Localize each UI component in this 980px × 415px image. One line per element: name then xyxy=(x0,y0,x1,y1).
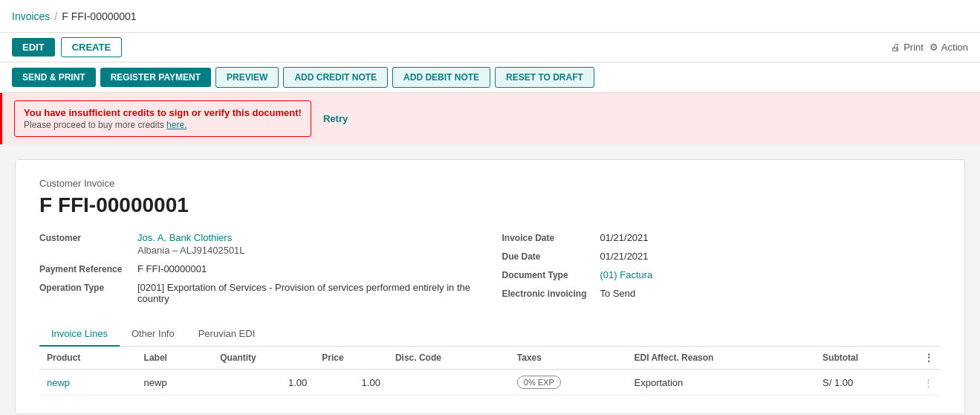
alert-banner: You have insufficient credits to sign or… xyxy=(0,93,980,144)
col-label: Label xyxy=(137,347,213,370)
electronic-invoicing-value: To Send xyxy=(600,288,636,299)
invoice-type-label: Customer Invoice xyxy=(39,178,941,189)
preview-button[interactable]: PREVIEW xyxy=(215,67,279,88)
tab-other-info[interactable]: Other Info xyxy=(120,322,186,347)
col-subtotal: Subtotal xyxy=(815,347,916,370)
cell-label: newp xyxy=(137,370,213,396)
add-credit-note-button[interactable]: ADD CREDIT NOTE xyxy=(283,67,388,88)
due-date-value: 01/21/2021 xyxy=(600,251,649,262)
edit-button[interactable]: EDIT xyxy=(12,38,55,57)
payment-reference-value: F FFI-00000001 xyxy=(137,263,207,274)
tabs: Invoice Lines Other Info Peruvian EDI xyxy=(39,322,941,347)
customer-value[interactable]: Jos. A. Bank Clothiers xyxy=(137,232,245,243)
document-type-label: Document Type xyxy=(502,269,591,280)
table-row: newp newp 1.00 1.00 0% EXP Exportation S… xyxy=(39,370,941,396)
invoice-date-label: Invoice Date xyxy=(502,232,591,243)
add-debit-note-button[interactable]: ADD DEBIT NOTE xyxy=(392,67,490,88)
breadcrumb-current: F FFI-00000001 xyxy=(62,10,136,22)
electronic-invoicing-label: Electronic invoicing xyxy=(502,288,591,299)
due-date-row: Due Date 01/21/2021 xyxy=(502,251,941,262)
invoice-meta: Customer Jos. A. Bank Clothiers Albania … xyxy=(39,232,941,304)
breadcrumb-parent[interactable]: Invoices xyxy=(12,10,50,22)
payment-reference-row: Payment Reference F FFI-00000001 xyxy=(39,263,478,274)
operation-type-label: Operation Type xyxy=(39,282,129,293)
register-payment-button[interactable]: REGISTER PAYMENT xyxy=(100,68,211,87)
due-date-label: Due Date xyxy=(502,251,591,262)
alert-body: Please proceed to buy more credits here. xyxy=(24,120,302,130)
col-menu: ⋮ xyxy=(916,347,941,370)
operation-type-row: Operation Type [0201] Exportation of Ser… xyxy=(39,282,478,304)
retry-button[interactable]: Retry xyxy=(323,113,348,124)
printer-icon: 🖨 xyxy=(891,42,901,53)
customer-value-stack: Jos. A. Bank Clothiers Albania – ALJ9140… xyxy=(137,232,245,256)
document-type-row: Document Type (01) Factura xyxy=(502,269,941,280)
customer-label: Customer xyxy=(39,232,129,243)
reset-to-draft-button[interactable]: RESET TO DRAFT xyxy=(495,67,594,88)
table-section: Product Label Quantity Price Disc. Code … xyxy=(39,347,941,396)
action-menu-button[interactable]: ⚙ Action xyxy=(929,42,968,53)
cell-quantity: 1.00 xyxy=(212,370,314,396)
col-edi-affect-reason: EDI Affect. Reason xyxy=(627,347,816,370)
table-header: Product Label Quantity Price Disc. Code … xyxy=(39,347,941,370)
send-print-button[interactable]: SEND & PRINT xyxy=(12,68,96,87)
print-button[interactable]: 🖨 Print xyxy=(891,42,924,53)
invoice-card: Customer Invoice F FFI-00000001 Customer… xyxy=(15,159,965,414)
tab-invoice-lines[interactable]: Invoice Lines xyxy=(39,322,120,347)
meta-left: Customer Jos. A. Bank Clothiers Albania … xyxy=(39,232,478,304)
invoice-number: F FFI-00000001 xyxy=(39,193,941,217)
cell-taxes: 0% EXP xyxy=(510,370,627,396)
breadcrumb-separator: / xyxy=(54,10,57,22)
breadcrumb-bar: Invoices / F FFI-00000001 xyxy=(0,0,980,33)
col-quantity: Quantity xyxy=(212,347,314,370)
breadcrumb: Invoices / F FFI-00000001 xyxy=(12,10,137,22)
cell-disc-code xyxy=(388,370,510,396)
col-product: Product xyxy=(39,347,137,370)
customer-address: Albania – ALJ91402501L xyxy=(137,245,245,256)
customer-row: Customer Jos. A. Bank Clothiers Albania … xyxy=(39,232,478,256)
electronic-invoicing-row: Electronic invoicing To Send xyxy=(502,288,941,299)
alert-body-text: Please proceed to buy more credits xyxy=(24,120,166,130)
tab-peruvian-edi[interactable]: Peruvian EDI xyxy=(186,322,267,347)
cell-product: newp xyxy=(39,370,137,396)
operation-type-value: [0201] Exportation of Services - Provisi… xyxy=(137,282,478,304)
col-taxes: Taxes xyxy=(510,347,627,370)
main-content: Customer Invoice F FFI-00000001 Customer… xyxy=(0,144,980,415)
col-disc-code: Disc. Code xyxy=(388,347,510,370)
workflow-bar: SEND & PRINT REGISTER PAYMENT PREVIEW AD… xyxy=(0,62,980,93)
alert-link[interactable]: here. xyxy=(166,120,186,130)
cell-edi-affect-reason: Exportation xyxy=(627,370,816,396)
invoice-lines-table: Product Label Quantity Price Disc. Code … xyxy=(39,347,941,396)
invoice-date-value: 01/21/2021 xyxy=(600,232,649,243)
gear-icon: ⚙ xyxy=(929,42,938,53)
meta-right: Invoice Date 01/21/2021 Due Date 01/21/2… xyxy=(502,232,941,304)
payment-reference-label: Payment Reference xyxy=(39,263,129,274)
cell-price: 1.00 xyxy=(314,370,388,396)
table-body: newp newp 1.00 1.00 0% EXP Exportation S… xyxy=(39,370,941,396)
document-type-value[interactable]: (01) Factura xyxy=(600,269,653,280)
action-bar: EDIT CREATE 🖨 Print ⚙ Action xyxy=(0,33,980,62)
alert-content-box: You have insufficient credits to sign or… xyxy=(14,100,311,137)
cell-menu[interactable]: ⋮ xyxy=(916,370,941,396)
create-button[interactable]: CREATE xyxy=(61,37,122,57)
col-price: Price xyxy=(314,347,388,370)
alert-title: You have insufficient credits to sign or… xyxy=(24,107,302,118)
cell-subtotal: S/ 1.00 xyxy=(815,370,916,396)
invoice-date-row: Invoice Date 01/21/2021 xyxy=(502,232,941,243)
